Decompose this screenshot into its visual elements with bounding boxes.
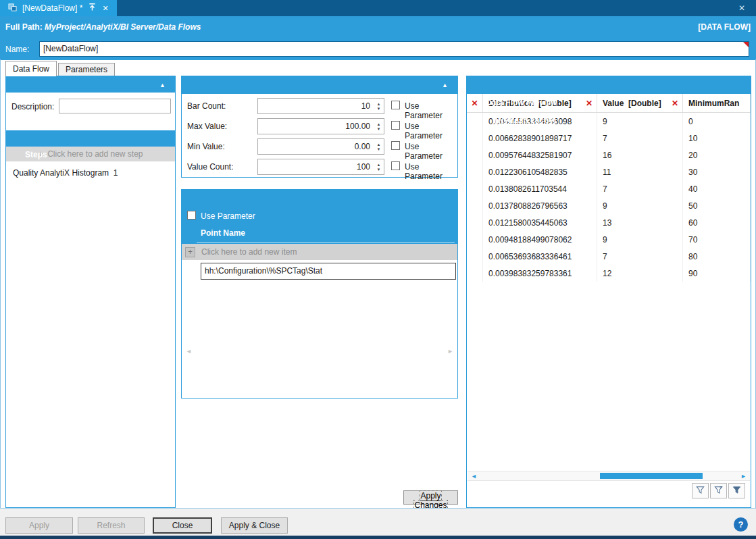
use-parameter-label: Use Parameter	[405, 162, 457, 181]
full-path-bar: Full Path: MyProject/AnalytiX/BI Server/…	[0, 16, 756, 38]
window-bottom-edge	[0, 536, 756, 539]
value-count-stepper[interactable]: 100 ▲▼	[257, 159, 384, 175]
table-row[interactable]: 0.00653693683336461780	[467, 248, 751, 265]
preview-header: Data Flow Preview (Refresh cache)	[467, 76, 751, 94]
window-close-button[interactable]: ✕	[734, 3, 749, 14]
name-input[interactable]: [NewDataFlow]	[39, 41, 749, 57]
delete-column-icon[interactable]: ✕	[586, 99, 597, 107]
collapse-icon[interactable]: ▲	[155, 76, 170, 94]
bar-count-use-parameter-checkbox[interactable]	[391, 101, 400, 109]
spin-up-icon[interactable]: ▲	[377, 122, 381, 126]
name-bar: Name: [NewDataFlow]	[0, 38, 756, 60]
max-value-value: 100.00	[258, 119, 374, 134]
table-row[interactable]: 0.00662838901898717710	[467, 130, 751, 147]
spinner-arrows[interactable]: ▲▼	[374, 119, 384, 134]
document-tab[interactable]: [NewDataFlow] * ✕	[0, 0, 117, 16]
add-icon[interactable]: +	[185, 247, 195, 257]
scroll-left-icon[interactable]: ◄	[186, 348, 192, 355]
filter-editor-button[interactable]	[710, 483, 727, 498]
table-row[interactable]: 0.0138082611703544740	[467, 180, 751, 197]
table-row[interactable]: 0.0137808826796563950	[467, 197, 751, 214]
table-row[interactable]: 0.01215800354450631360	[467, 214, 751, 231]
apply-and-close-button[interactable]: Apply & Close	[221, 517, 288, 534]
histogram-properties-panel: Quality Histogram Properties ▲ Bar Count…	[181, 76, 458, 178]
min-value-use-parameter-checkbox[interactable]	[391, 141, 400, 150]
max-value-stepper[interactable]: 100.00 ▲▼	[257, 118, 384, 134]
scroll-right-icon[interactable]: ►	[740, 473, 747, 480]
table-row[interactable]: 0.00948188499078062970	[467, 231, 751, 248]
spin-down-icon[interactable]: ▼	[377, 127, 381, 131]
help-button[interactable]: ?	[734, 517, 748, 532]
value-count-row: Value Count: 100 ▲▼ Use Parameter	[182, 157, 457, 177]
point-name-column-header[interactable]: Point Name	[201, 228, 245, 238]
column-header-value[interactable]: Value [Double]✕	[597, 94, 683, 112]
column-underline	[197, 242, 455, 243]
spin-up-icon[interactable]: ▲	[377, 102, 381, 106]
spinner-arrows[interactable]: ▲▼	[374, 139, 384, 154]
name-label: Name:	[5, 45, 29, 54]
min-value-label: Min Value:	[187, 142, 225, 151]
preview-hscrollbar[interactable]: ◄ ►	[468, 471, 750, 481]
value-count-label: Value Count:	[187, 162, 234, 172]
table-row[interactable]: 0.009576448325819071620	[467, 147, 751, 163]
column-header-minimumrange[interactable]: MinimumRan	[683, 94, 751, 112]
document-tab-title: [NewDataFlow] *	[22, 3, 82, 13]
spin-down-icon[interactable]: ▼	[377, 147, 381, 151]
table-row[interactable]: 0.003983832597833611290	[467, 265, 751, 282]
tab-parameters[interactable]: Parameters	[58, 63, 115, 76]
show-filter-row-button[interactable]	[728, 483, 745, 498]
histogram-properties-header: Quality Histogram Properties ▲	[182, 76, 457, 94]
value-count-use-parameter-checkbox[interactable]	[391, 161, 400, 170]
close-button[interactable]: Close	[153, 517, 212, 534]
general-settings-panel: General Settings ▲ Description: Steps + …	[5, 76, 176, 508]
bar-count-row: Bar Count: 10 ▲▼ Use Parameter	[182, 96, 457, 116]
add-item-label: Click here to add new item	[201, 247, 297, 257]
data-sources-grid-header: Use Parameter Point Name	[182, 206, 457, 244]
preview-table-body: 0.0040556334484609890 0.0066283890189871…	[467, 113, 751, 282]
scroll-left-icon[interactable]: ◄	[471, 473, 477, 480]
min-value-row: Min Value: 0.00 ▲▼ Use Parameter	[182, 136, 457, 157]
refresh-button[interactable]: Refresh	[78, 517, 145, 534]
point-name-input[interactable]: hh:\Configuration\%SPCTag\Stat	[201, 263, 456, 280]
bar-count-label: Bar Count:	[187, 101, 226, 111]
footer-bar: Apply Refresh Close Apply & Close ?	[0, 508, 756, 536]
collapse-icon[interactable]: ▲	[438, 76, 452, 94]
grid-filter-buttons	[692, 483, 745, 498]
spinner-arrows[interactable]: ▲▼	[374, 159, 384, 174]
name-input-value: [NewDataFlow]	[43, 44, 98, 53]
full-path-value: MyProject/AnalytiX/BI Server/Data Flows	[45, 22, 201, 32]
data-sources-panel: Data Sources (Click to add multiple tags…	[181, 189, 458, 399]
tag-row: hh:\Configuration\%SPCTag\Stat	[182, 260, 457, 283]
clear-filter-button[interactable]	[692, 483, 709, 498]
min-value-stepper[interactable]: 0.00 ▲▼	[257, 138, 384, 155]
add-item-row[interactable]: + Click here to add new item	[182, 244, 457, 260]
scroll-right-icon[interactable]: ►	[447, 348, 453, 355]
spin-down-icon[interactable]: ▼	[377, 107, 381, 111]
spin-down-icon[interactable]: ▼	[377, 168, 381, 172]
add-step-label: Click here to add new step	[43, 149, 143, 159]
spinner-arrows[interactable]: ▲▼	[374, 99, 384, 113]
page-tabstrip: Data Flow Parameters	[5, 61, 116, 76]
scrollbar-thumb[interactable]	[600, 473, 703, 479]
spin-up-icon[interactable]: ▲	[377, 163, 381, 167]
description-input[interactable]	[59, 99, 171, 113]
max-value-use-parameter-checkbox[interactable]	[391, 121, 400, 130]
validation-marker	[743, 42, 749, 47]
clear-filter-icon	[696, 486, 705, 496]
spin-up-icon[interactable]: ▲	[377, 143, 381, 147]
filter-icon	[732, 486, 741, 496]
document-tab-bar: [NewDataFlow] * ✕ ✕	[0, 0, 756, 16]
step-list-item[interactable]: Quality AnalytiX Histogram 1	[6, 161, 175, 182]
refresh-cache-link[interactable]: (Refresh cache)	[495, 116, 556, 125]
delete-column-icon[interactable]: ✕	[672, 99, 682, 107]
apply-button[interactable]: Apply	[5, 517, 73, 534]
data-sources-use-parameter-checkbox[interactable]	[187, 211, 196, 220]
bar-count-stepper[interactable]: 10 ▲▼	[257, 98, 384, 114]
table-row[interactable]: 0.01223061054828351130	[467, 163, 751, 180]
apply-changes-button[interactable]: Apply Changes	[403, 490, 458, 505]
tab-close-icon[interactable]: ✕	[102, 4, 108, 13]
promote-icon[interactable]	[88, 3, 97, 14]
min-value-value: 0.00	[258, 139, 374, 154]
use-parameter-label: Use Parameter	[201, 211, 255, 221]
tab-data-flow[interactable]: Data Flow	[5, 61, 57, 76]
